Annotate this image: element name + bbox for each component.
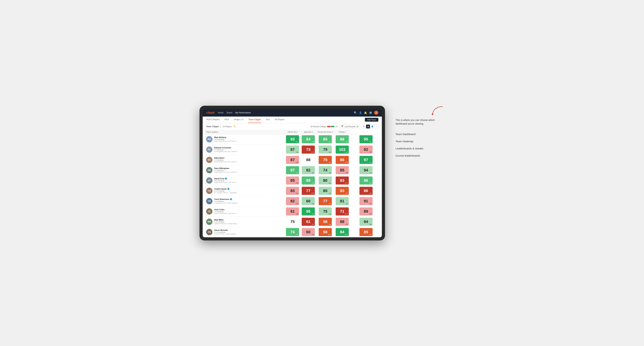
score-cell-8-2: 58-4▲ xyxy=(316,216,334,227)
score-delta: 10▲ xyxy=(328,234,331,235)
table-row[interactable]: ANAaron Nicholls11-15 HandicapDrift Golf… xyxy=(203,227,382,237)
score-delta: 6▲ xyxy=(312,141,314,143)
last-rounds-selector[interactable]: 📅 Last Rounds: 20 xyxy=(340,125,360,128)
table-row[interactable]: DBDave Billingham1-5 HandicapGog Magog G… xyxy=(203,165,382,175)
player-handicap: 1-5 Handicap xyxy=(214,211,239,212)
sub-nav-pgat[interactable]: PGAT Players xyxy=(206,116,220,123)
table-row[interactable]: CRChris Robertson✓1-5 HandicapCraigmilla… xyxy=(203,196,382,206)
score-delta: 4▲ xyxy=(296,172,298,173)
score-delta: -6▼ xyxy=(345,192,348,194)
score-box: 874▲ xyxy=(286,166,299,174)
nav-link-home[interactable]: Home xyxy=(218,111,224,115)
view-person-button[interactable]: 👤 xyxy=(370,125,374,128)
table-meta-row: Team Clippd | 14 Players ✏️ 20 Round Cha… xyxy=(203,123,382,130)
score-box: 5810▲ xyxy=(319,228,332,236)
score-box: 93+9▲ xyxy=(286,135,299,143)
score-value: 81 xyxy=(340,199,344,203)
score-box: 87-3▼ xyxy=(286,156,299,164)
score-value: 95 xyxy=(364,137,368,142)
score-value: 74 xyxy=(290,230,295,234)
edit-team-icon[interactable]: ✏️ xyxy=(234,125,236,128)
settings-icon[interactable]: ⚙️ xyxy=(369,111,372,114)
score-delta: -3▼ xyxy=(296,192,298,194)
score-delta: 1▲ xyxy=(296,151,298,153)
table-row[interactable]: MMMatt Miller6-10 HandicapWoburn Golf Cl… xyxy=(203,216,382,227)
score-cell-4-4: 963▲ xyxy=(350,175,382,185)
score-value: 89 xyxy=(306,178,310,183)
view-heatmap-button[interactable]: ▦ xyxy=(366,125,370,128)
score-value: 77 xyxy=(306,188,310,193)
score-cell-2-1: 88 xyxy=(300,155,316,165)
score-cell-9-4: 85-4▼ xyxy=(350,227,382,237)
player-name: Edward Crossman xyxy=(214,147,239,149)
col-header-off-tee: Off the Tee ▾ xyxy=(285,130,300,134)
score-box: 86-8▼ xyxy=(360,187,372,195)
score-delta: -11▼ xyxy=(344,213,348,215)
player-club: Sunningdale Golf Club, United Kingdom xyxy=(214,151,239,152)
score-box: 871▲ xyxy=(286,146,299,154)
calendar-icon: 📅 xyxy=(341,125,344,128)
score-value: 93 xyxy=(290,137,295,142)
page-wrapper: clippd Home Teams My Performance 🔍 👤 🔔 ⚙… xyxy=(200,106,444,240)
table-row[interactable]: JCJosh Coles1-5 HandicapRoyal North Devo… xyxy=(203,206,382,216)
sub-nav-tour[interactable]: Tour xyxy=(265,116,270,123)
table-row[interactable]: BMBlair McHargPlus HandicapRoyal North D… xyxy=(203,134,382,144)
sub-nav-hcaps[interactable]: Hcaps 1-5 xyxy=(234,116,244,123)
score-value: 74 xyxy=(323,168,327,173)
nav-link-teams[interactable]: Teams xyxy=(226,111,232,115)
player-name: Matt Miller xyxy=(214,219,239,221)
avatar[interactable]: U xyxy=(374,111,378,115)
score-value: 73 xyxy=(306,147,310,152)
player-cell-8: MMMatt Miller6-10 HandicapWoburn Golf Cl… xyxy=(203,216,285,227)
user-icon[interactable]: 👤 xyxy=(359,111,362,114)
verified-icon: ✓ xyxy=(227,188,230,190)
score-box: 963▲ xyxy=(360,176,372,184)
score-value: 80 xyxy=(323,188,327,193)
score-box: 88-2▼ xyxy=(336,218,349,226)
sub-nav-team-clippd[interactable]: Team Clippd xyxy=(248,116,261,123)
player-name: Aaron Nicholls xyxy=(214,229,236,231)
score-box: 89-2▼ xyxy=(360,207,372,215)
score-cell-1-3: 10315▲ xyxy=(334,144,350,155)
score-cell-8-4: 943▲ xyxy=(350,216,382,227)
annotation-item-2: Team Heatmap xyxy=(396,140,444,143)
score-cell-7-3: 71-11▼ xyxy=(334,206,350,216)
score-delta: -3▼ xyxy=(296,182,298,184)
score-value: 95 xyxy=(306,209,310,214)
score-value: 85 xyxy=(290,178,295,183)
player-club: Royal North Devon Golf Club, United King… xyxy=(214,140,239,142)
player-handicap: 1-5 Handicap xyxy=(214,159,239,161)
score-cell-1-4: 92-3▼ xyxy=(350,144,382,155)
score-delta: 2▲ xyxy=(329,213,331,215)
score-value: 94 xyxy=(364,168,368,173)
score-cell-0-1: 846▲ xyxy=(300,134,316,144)
player-avatar: JC xyxy=(206,208,212,215)
score-box: 73-11▼ xyxy=(302,146,315,154)
table-row[interactable]: EEElliot Ebert1-5 HandicapSunningdale Go… xyxy=(203,155,382,165)
score-cell-7-1: 958▲ xyxy=(300,206,316,216)
table-row[interactable]: DFDavid Ford✓Plus HandicapRoyal North De… xyxy=(203,175,382,185)
sub-nav-all-players[interactable]: All Players xyxy=(274,116,285,123)
view-download-button[interactable]: ↓ xyxy=(374,125,378,128)
score-cell-3-2: 741▲ xyxy=(316,165,334,175)
add-team-button[interactable]: Add Team xyxy=(365,118,378,122)
search-icon[interactable]: 🔍 xyxy=(354,111,357,114)
sidebar-annotation: This is where you can choose which dashb… xyxy=(396,106,444,157)
table-row[interactable]: CQCharlie Quick✓6-10 HandicapSt. George'… xyxy=(203,185,382,196)
player-club: Craigmillar Park, United Kingdom xyxy=(214,202,238,204)
score-box: 10315▲ xyxy=(336,146,349,154)
table-container: Player Quality ▾ Off the Tee ▾ Approach … xyxy=(203,130,382,237)
score-value: 94 xyxy=(364,219,368,224)
table-row[interactable]: ECEdward Crossman1-5 HandicapSunningdale… xyxy=(203,144,382,155)
view-grid-button[interactable]: ⊞ xyxy=(362,125,366,128)
score-delta: 15▲ xyxy=(345,151,348,153)
score-box: 975▲ xyxy=(360,156,372,164)
bell-icon[interactable]: 🔔 xyxy=(364,111,367,114)
last-rounds-label: Last Rounds: 20 xyxy=(344,126,358,128)
score-value: 84 xyxy=(340,230,344,234)
score-value: 82 xyxy=(290,199,295,203)
annotation-item-1: Team Dashboard xyxy=(396,133,444,136)
nav-link-my-performance[interactable]: My Performance xyxy=(235,111,250,115)
score-cell-4-3: 83-10▼ xyxy=(334,175,350,185)
sub-nav-pga[interactable]: PGA xyxy=(224,116,229,123)
